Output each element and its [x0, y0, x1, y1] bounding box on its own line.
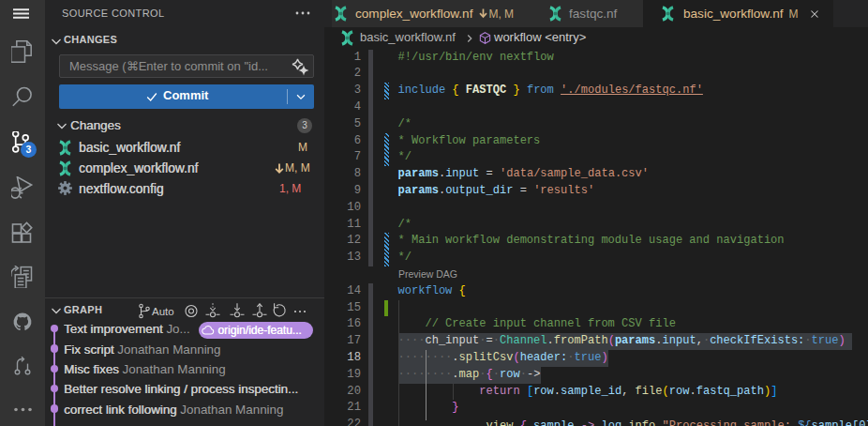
svg-text:Auto: Auto — [152, 306, 174, 317]
